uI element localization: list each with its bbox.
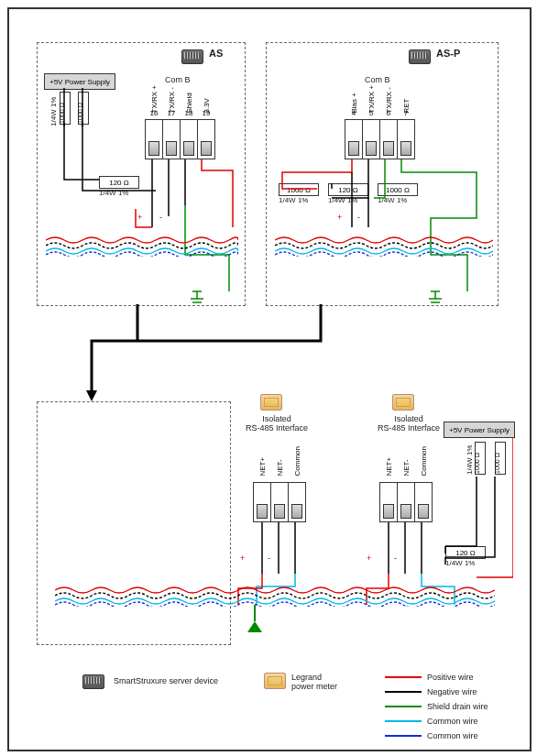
as-plus: + — [137, 213, 142, 222]
connection-arrow — [37, 304, 330, 405]
asp-plus: + — [337, 213, 342, 222]
server-device-icon — [181, 49, 203, 64]
server-device-icon — [82, 674, 104, 689]
asp-minus: - — [357, 213, 360, 222]
legend-common1: Common wire — [385, 717, 478, 726]
server-device-icon — [409, 49, 431, 64]
as-minus: - — [159, 213, 162, 222]
as-title: AS — [209, 48, 223, 59]
asp-cable — [275, 235, 493, 257]
meter1-plus: + — [240, 553, 245, 563]
meter2-minus: - — [394, 553, 397, 563]
as-cable — [46, 235, 238, 257]
legend-meter: Legrand power meter — [291, 673, 337, 691]
legend-shield: Shield drain wire — [385, 702, 488, 711]
asp-wires — [266, 71, 497, 304]
asp-title: AS-P — [436, 48, 460, 59]
legend-common2: Common wire — [385, 731, 478, 740]
power-meter-icon — [264, 673, 286, 689]
legend-device: SmartStruxure server device — [114, 676, 218, 685]
legend-positive: Positive wire — [385, 673, 474, 682]
as-wires — [37, 71, 244, 304]
legend-negative: Negative wire — [385, 687, 477, 696]
meter1-minus: - — [268, 553, 270, 563]
meter-cable — [55, 585, 495, 607]
meter2-plus: + — [367, 553, 371, 563]
